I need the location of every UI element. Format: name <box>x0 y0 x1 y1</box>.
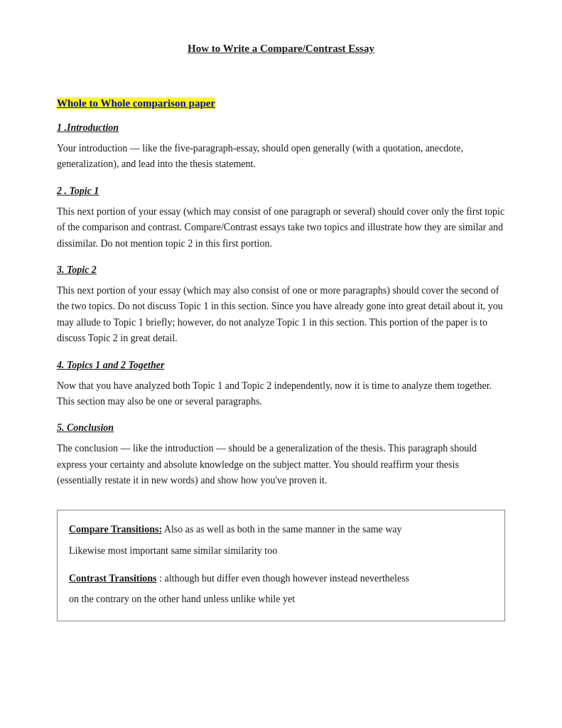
contrast-row-2: on the contrary on the other hand unless… <box>69 590 493 608</box>
section-1-heading: 1 .Introduction <box>57 122 505 134</box>
compare-row: Compare Transitions: Also as as well as … <box>69 520 493 538</box>
highlighted-heading: Whole to Whole comparison paper <box>57 97 215 109</box>
compare-row-2: Likewise most important same similar sim… <box>69 542 493 560</box>
section-2-body: This next portion of your essay (which m… <box>57 204 505 252</box>
highlighted-heading-block: Whole to Whole comparison paper <box>57 97 505 109</box>
page-title: How to Write a Compare/Contrast Essay <box>57 43 505 55</box>
section-5: 5. Conclusion The conclusion — like the … <box>57 422 505 488</box>
transitions-box: Compare Transitions: Also as as well as … <box>57 510 505 621</box>
section-3-heading: 3. Topic 2 <box>57 264 505 276</box>
section-2: 2 . Topic 1 This next portion of your es… <box>57 186 505 252</box>
contrast-row: Contrast Transitions : although but diff… <box>69 569 493 587</box>
section-3-body: This next portion of your essay (which m… <box>57 283 505 347</box>
section-4-heading: 4. Topics 1 and 2 Together <box>57 360 505 371</box>
section-1: 1 .Introduction Your introduction — like… <box>57 122 505 173</box>
page-container: How to Write a Compare/Contrast Essay Wh… <box>0 0 562 728</box>
section-4-body: Now that you have analyzed both Topic 1 … <box>57 378 505 410</box>
section-4: 4. Topics 1 and 2 Together Now that you … <box>57 360 505 410</box>
compare-label: Compare Transitions: <box>69 524 162 535</box>
section-2-heading: 2 . Topic 1 <box>57 186 505 197</box>
compare-words: Also as as well as both in the same mann… <box>164 524 402 535</box>
section-5-heading: 5. Conclusion <box>57 422 505 434</box>
section-3: 3. Topic 2 This next portion of your ess… <box>57 264 505 347</box>
section-5-body: The conclusion — like the introduction —… <box>57 441 505 488</box>
contrast-words: : although but differ even though howeve… <box>159 573 409 584</box>
section-1-body: Your introduction — like the five-paragr… <box>57 141 505 173</box>
contrast-words-2: on the contrary on the other hand unless… <box>69 594 295 604</box>
contrast-label: Contrast Transitions <box>69 573 157 584</box>
compare-words-2: Likewise most important same similar sim… <box>69 545 277 556</box>
